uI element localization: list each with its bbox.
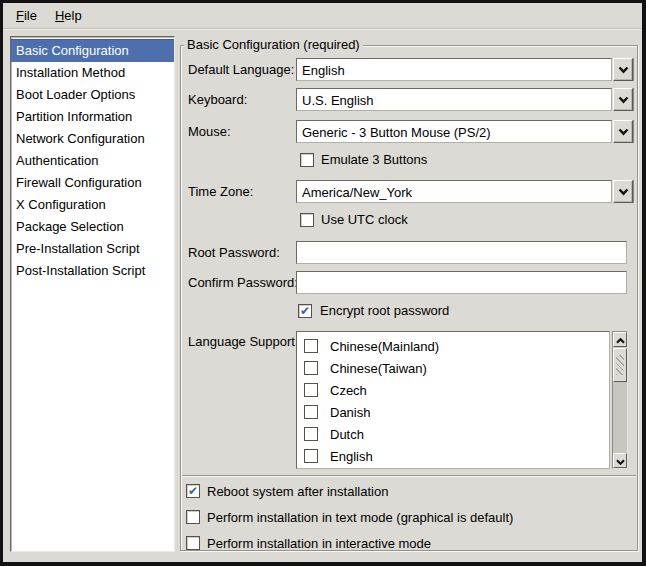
language-support-list[interactable]: Chinese(Mainland)Chinese(Taiwan)CzechDan…: [296, 331, 610, 469]
sidebar-item-basic-configuration[interactable]: Basic Configuration: [11, 39, 174, 62]
default-language-label: Default Language:: [188, 58, 294, 81]
default-language-value[interactable]: [296, 58, 612, 81]
language-option-czech[interactable]: Czech: [297, 379, 609, 401]
language-option-label: English: [330, 449, 373, 464]
reboot-system-label: Reboot system after installation: [207, 484, 388, 499]
language-checkbox-chinese-taiwan[interactable]: [304, 361, 318, 375]
scrollbar-thumb[interactable]: [613, 348, 627, 382]
language-option-danish[interactable]: Danish: [297, 401, 609, 423]
time-zone-combo[interactable]: [296, 180, 633, 203]
keyboard-label: Keyboard:: [188, 88, 247, 111]
sidebar-item-x-configuration[interactable]: X Configuration: [11, 194, 174, 216]
install-option-row[interactable]: Perform installation in text mode (graph…: [186, 509, 513, 525]
chevron-down-icon: [616, 453, 625, 468]
confirm-password-label: Confirm Password:: [188, 271, 298, 294]
language-list-scrollbar[interactable]: [612, 331, 628, 469]
confirm-password-field[interactable]: [296, 271, 627, 294]
use-utc-label: Use UTC clock: [321, 212, 408, 228]
frame-title: Basic Configuration (required): [184, 37, 363, 53]
root-password-label: Root Password:: [188, 241, 280, 264]
sidebar-item-partition-information[interactable]: Partition Information: [11, 106, 174, 128]
language-option-english[interactable]: English: [297, 445, 609, 467]
default-language-combo[interactable]: [296, 58, 633, 81]
emulate-3-buttons-label: Emulate 3 Buttons: [321, 152, 427, 168]
sidebar-item-network-configuration[interactable]: Network Configuration: [11, 128, 174, 150]
language-checkbox-danish[interactable]: [304, 405, 318, 419]
menu-bar: FileHelp: [3, 3, 642, 29]
install-option-row[interactable]: ✔Reboot system after installation: [186, 483, 388, 499]
scroll-down-button[interactable]: [613, 453, 627, 468]
emulate-3-buttons-checkbox[interactable]: [300, 153, 314, 167]
encrypt-root-password-checkbox[interactable]: ✔: [298, 304, 312, 318]
language-option-label: Danish: [330, 405, 370, 420]
chevron-down-icon: [618, 92, 629, 107]
default-language-dropdown-button[interactable]: [613, 58, 633, 81]
root-password-field[interactable]: [296, 241, 627, 264]
sidebar-item-authentication[interactable]: Authentication: [11, 150, 174, 172]
language-checkbox-chinese-mainland[interactable]: [304, 339, 318, 353]
time-zone-dropdown-button[interactable]: [613, 180, 633, 203]
chevron-up-icon: [616, 332, 625, 347]
interactive-mode-checkbox[interactable]: [186, 536, 200, 550]
sidebar-item-boot-loader-options[interactable]: Boot Loader Options: [11, 84, 174, 106]
chevron-down-icon: [618, 124, 629, 139]
sidebar-item-package-selection[interactable]: Package Selection: [11, 216, 174, 238]
language-option-chinese-mainland[interactable]: Chinese(Mainland): [297, 335, 609, 357]
install-option-row[interactable]: Perform installation in interactive mode: [186, 535, 431, 551]
mouse-dropdown-button[interactable]: [613, 120, 633, 143]
keyboard-combo[interactable]: [296, 88, 633, 111]
language-option-label: Chinese(Taiwan): [330, 361, 427, 376]
interactive-mode-label: Perform installation in interactive mode: [207, 536, 431, 551]
chevron-down-icon: [618, 62, 629, 77]
time-zone-label: Time Zone:: [188, 180, 253, 203]
menu-help[interactable]: Help: [46, 4, 91, 27]
menu-file[interactable]: File: [7, 4, 46, 27]
mouse-combo[interactable]: [296, 120, 633, 143]
keyboard-value[interactable]: [296, 88, 612, 111]
language-option-label: Dutch: [330, 427, 364, 442]
reboot-system-checkbox[interactable]: ✔: [186, 484, 200, 498]
use-utc-checkbox[interactable]: [300, 213, 314, 227]
language-checkbox-dutch[interactable]: [304, 427, 318, 441]
sidebar-item-pre-installation-script[interactable]: Pre-Installation Script: [11, 238, 174, 260]
horizontal-separator: [182, 475, 636, 477]
sidebar-item-post-installation-script[interactable]: Post-Installation Script: [11, 260, 174, 282]
scroll-up-button[interactable]: [613, 332, 627, 347]
language-option-label: Chinese(Mainland): [330, 339, 439, 354]
mouse-label: Mouse:: [188, 120, 231, 143]
sidebar-item-installation-method[interactable]: Installation Method: [11, 62, 174, 84]
text-mode-install-checkbox[interactable]: [186, 510, 200, 524]
language-checkbox-english[interactable]: [304, 449, 318, 463]
language-option-chinese-taiwan[interactable]: Chinese(Taiwan): [297, 357, 609, 379]
language-option-label: Czech: [330, 383, 367, 398]
sidebar-item-firewall-configuration[interactable]: Firewall Configuration: [11, 172, 174, 194]
language-option-dutch[interactable]: Dutch: [297, 423, 609, 445]
section-list: Basic ConfigurationInstallation MethodBo…: [10, 36, 175, 552]
language-support-label: Language Support:: [188, 330, 299, 353]
text-mode-install-label: Perform installation in text mode (graph…: [207, 510, 513, 525]
mouse-value[interactable]: [296, 120, 612, 143]
app-window: FileHelp Basic ConfigurationInstallation…: [0, 0, 646, 566]
keyboard-dropdown-button[interactable]: [613, 88, 633, 111]
time-zone-value[interactable]: [296, 180, 612, 203]
chevron-down-icon: [618, 184, 629, 199]
encrypt-root-password-label: Encrypt root password: [320, 303, 449, 319]
language-checkbox-czech[interactable]: [304, 383, 318, 397]
